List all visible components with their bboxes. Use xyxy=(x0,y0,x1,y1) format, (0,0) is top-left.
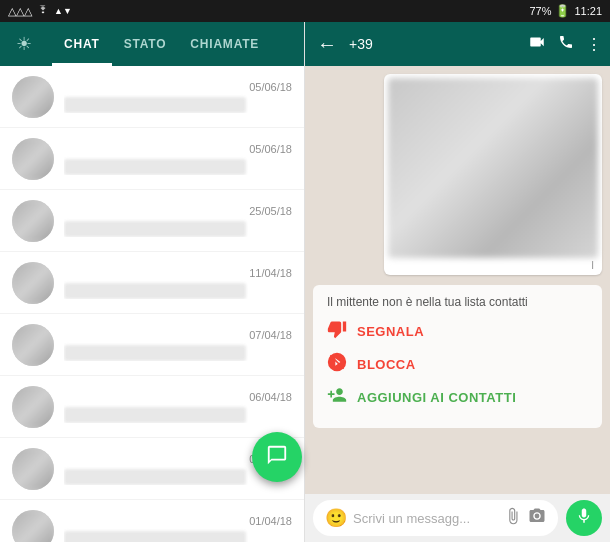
report-icon xyxy=(327,319,347,344)
wifi-icon xyxy=(36,5,50,17)
mic-button[interactable] xyxy=(566,500,602,536)
new-chat-fab[interactable] xyxy=(252,432,302,482)
chat-list-item[interactable]: 01/04/18 xyxy=(0,500,304,542)
add-contact-action[interactable]: AGGIUNGI AI CONTATTI xyxy=(327,385,588,410)
chat-preview xyxy=(64,221,246,237)
chat-date: 07/04/18 xyxy=(249,329,292,341)
avatar xyxy=(12,76,54,118)
message-input-field[interactable]: 🙂 Scrivi un messagg... xyxy=(313,500,558,536)
chat-name-row: 25/05/18 xyxy=(64,205,292,217)
avatar xyxy=(12,386,54,428)
chat-info: 05/06/18 xyxy=(64,81,292,113)
chat-info: 05/06/18 xyxy=(64,143,292,175)
chat-list-item[interactable]: 25/05/18 xyxy=(0,190,304,252)
chat-preview xyxy=(64,159,246,175)
unknown-contact-notice: Il mittente non è nella tua lista contat… xyxy=(313,285,602,428)
main-content: ☀ CHAT STATO CHIAMATE 05/06/18 xyxy=(0,22,610,542)
chat-name-row: 06/04/18 xyxy=(64,391,292,403)
chat-info: 01/04/18 xyxy=(64,515,292,543)
tab-stato[interactable]: STATO xyxy=(112,22,179,66)
chat-name-row: 01/04/18 xyxy=(64,515,292,527)
new-chat-icon xyxy=(266,444,288,471)
message-image xyxy=(388,78,598,258)
chat-list-item[interactable]: 07/04/18 xyxy=(0,314,304,376)
back-button[interactable]: ← xyxy=(313,29,341,60)
chat-list-item[interactable]: 05/06/18 xyxy=(0,66,304,128)
tab-chat[interactable]: CHAT xyxy=(52,22,112,66)
chat-preview xyxy=(64,531,246,543)
chat-name-row: 05/06/18 xyxy=(64,143,292,155)
chat-date: 25/05/18 xyxy=(249,205,292,217)
report-action[interactable]: SEGNALA xyxy=(327,319,588,344)
left-tabs: CHAT STATO CHIAMATE xyxy=(52,22,288,66)
attachment-icon[interactable] xyxy=(504,507,522,530)
chat-info: 25/05/18 xyxy=(64,205,292,237)
left-topbar: ☀ CHAT STATO CHIAMATE xyxy=(0,22,304,66)
video-call-icon[interactable] xyxy=(528,33,546,55)
avatar xyxy=(12,200,54,242)
tab-chiamate[interactable]: CHIAMATE xyxy=(178,22,271,66)
chat-info: 06/04/18 xyxy=(64,391,292,423)
chat-area: I Il mittente non è nella tua lista cont… xyxy=(305,66,610,494)
chat-preview xyxy=(64,97,246,113)
battery-percentage: 77% xyxy=(529,5,551,17)
avatar xyxy=(12,324,54,366)
avatar xyxy=(12,448,54,490)
block-icon xyxy=(327,352,347,377)
chat-date: 05/06/18 xyxy=(249,81,292,93)
report-label: SEGNALA xyxy=(357,324,424,339)
chat-date: 06/04/18 xyxy=(249,391,292,403)
input-placeholder-text: Scrivi un messagg... xyxy=(353,511,498,526)
image-message: I xyxy=(384,74,602,275)
chat-name-row: 11/04/18 xyxy=(64,267,292,279)
time-display: 11:21 xyxy=(574,5,602,17)
unknown-notice-text: Il mittente non è nella tua lista contat… xyxy=(327,295,588,309)
signal-icon: △△△ xyxy=(8,5,32,18)
right-topbar: ← +39 ⋮ xyxy=(305,22,610,66)
contact-number[interactable]: +39 xyxy=(349,36,520,52)
more-options-icon[interactable]: ⋮ xyxy=(586,35,602,54)
block-label: BLOCCA xyxy=(357,357,416,372)
svg-point-2 xyxy=(535,513,540,518)
chat-name-row: 07/04/18 xyxy=(64,329,292,341)
battery-icon: 🔋 xyxy=(555,4,570,18)
emoji-button[interactable]: 🙂 xyxy=(325,507,347,529)
right-panel: ← +39 ⋮ I xyxy=(305,22,610,542)
chat-info: 07/04/18 xyxy=(64,329,292,361)
chat-date: 11/04/18 xyxy=(249,267,292,279)
chat-preview xyxy=(64,345,246,361)
message-time: I xyxy=(388,258,598,271)
status-bar: △△△ ▲▼ 77% 🔋 11:21 xyxy=(0,0,610,22)
add-contact-icon xyxy=(327,385,347,410)
arrow-icon: ▲▼ xyxy=(54,6,72,16)
chat-preview xyxy=(64,469,246,485)
chat-list-item[interactable]: 11/04/18 xyxy=(0,252,304,314)
chat-date: 05/06/18 xyxy=(249,143,292,155)
status-left: △△△ ▲▼ xyxy=(8,5,72,18)
chat-preview xyxy=(64,283,246,299)
status-right: 77% 🔋 11:21 xyxy=(529,4,602,18)
avatar xyxy=(12,262,54,304)
camera-icon[interactable]: ☀ xyxy=(16,33,32,55)
avatar xyxy=(12,138,54,180)
voice-call-icon[interactable] xyxy=(558,34,574,54)
chat-list-item[interactable]: 06/04/18 xyxy=(0,376,304,438)
left-panel: ☀ CHAT STATO CHIAMATE 05/06/18 xyxy=(0,22,305,542)
fab-container xyxy=(252,432,302,482)
chat-preview xyxy=(64,407,246,423)
chat-name-row: 05/06/18 xyxy=(64,81,292,93)
chat-list-item[interactable]: 05/06/18 xyxy=(0,128,304,190)
add-contact-label: AGGIUNGI AI CONTATTI xyxy=(357,390,516,405)
mic-icon xyxy=(575,507,593,530)
chat-date: 01/04/18 xyxy=(249,515,292,527)
block-action[interactable]: BLOCCA xyxy=(327,352,588,377)
camera-input-icon[interactable] xyxy=(528,507,546,530)
message-input-bar: 🙂 Scrivi un messagg... xyxy=(305,494,610,542)
topbar-icons: ⋮ xyxy=(528,33,602,55)
avatar xyxy=(12,510,54,543)
chat-info: 11/04/18 xyxy=(64,267,292,299)
